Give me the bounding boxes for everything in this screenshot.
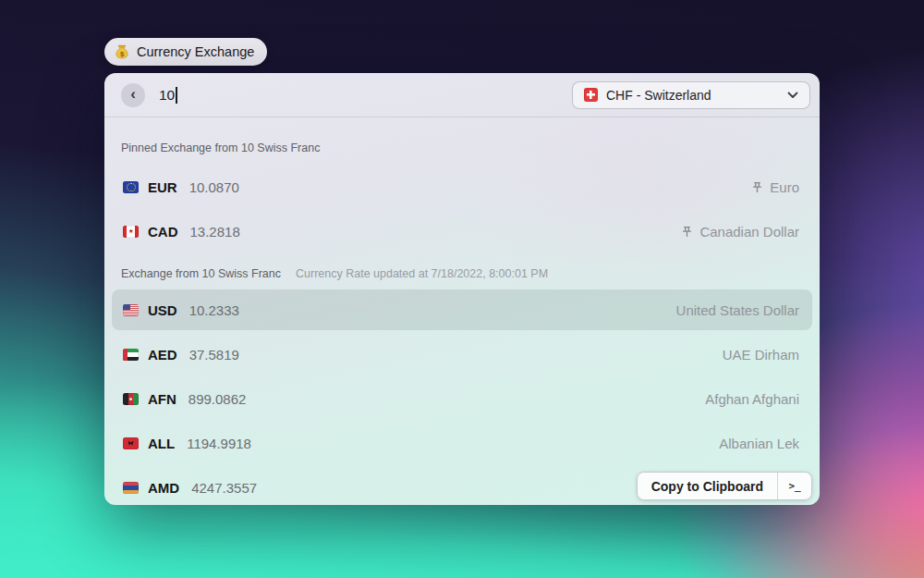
pin-icon: [750, 180, 764, 194]
text-cursor: [176, 87, 177, 104]
currency-row-AFN[interactable]: AFN899.0862Afghan Afghani: [112, 378, 812, 419]
currency-value: 10.2333: [189, 302, 239, 318]
currency-name: Canadian Dollar: [699, 224, 799, 240]
al-flag-icon: [123, 437, 139, 449]
currency-row-AED[interactable]: AED37.5819UAE Dirham: [112, 334, 812, 375]
currency-row-EUR[interactable]: EUR10.0870Euro: [112, 166, 812, 207]
pin-icon: [680, 225, 694, 239]
svg-text:$: $: [120, 50, 125, 58]
eu-flag-icon: [123, 181, 139, 193]
currency-code: ALL: [148, 436, 175, 451]
ae-flag-icon: [123, 349, 139, 361]
currency-value: 37.5819: [189, 347, 239, 363]
currency-name: UAE Dirham: [723, 347, 799, 363]
chevron-left-icon: ‹: [130, 86, 136, 102]
search-value: 10: [159, 87, 175, 104]
app-title: Currency Exchange: [137, 44, 254, 59]
currency-row-USD[interactable]: USD10.2333United States Dollar: [112, 289, 812, 330]
us-flag-icon: [123, 304, 139, 316]
currency-value: 10.0870: [189, 179, 239, 195]
currency-value: 13.2818: [190, 224, 240, 240]
currency-code: CAD: [148, 224, 178, 240]
currency-code: AED: [148, 347, 177, 363]
search-bar[interactable]: ‹ 10 CHF - Switzerland: [104, 73, 820, 117]
section-note: Currency Rate updated at 7/18/2022, 8:00…: [296, 267, 548, 280]
chevron-down-icon: [787, 92, 798, 99]
currency-value: 4247.3557: [191, 480, 257, 496]
main-window: ‹ 10 CHF - Switzerland Pinned Exchange f…: [104, 73, 820, 505]
currency-code: AMD: [148, 480, 179, 496]
currency-row-ALL[interactable]: ALL1194.9918Albanian Lek: [112, 423, 812, 463]
currency-value: 899.0862: [188, 391, 247, 407]
action-split-button: Copy to Clipboard >_: [637, 472, 812, 500]
currency-dropdown[interactable]: CHF - Switzerland: [572, 81, 810, 109]
dropdown-label: CHF - Switzerland: [606, 88, 779, 103]
currency-name: United States Dollar: [676, 302, 799, 318]
section-title: Exchange from 10 Swiss Franc: [121, 267, 281, 280]
money-bag-icon: $: [114, 43, 130, 60]
am-flag-icon: [123, 482, 139, 494]
search-input[interactable]: 10: [159, 87, 572, 104]
section-header-pinned: Pinned Exchange from 10 Swiss Franc: [104, 141, 820, 154]
pinned-rows: EUR10.0870EuroCAD13.2818Canadian Dollar: [104, 166, 820, 252]
currency-row-CAD[interactable]: CAD13.2818Canadian Dollar: [112, 211, 812, 252]
currency-name: Euro: [770, 179, 799, 195]
terminal-icon[interactable]: >_: [778, 473, 811, 499]
ca-flag-icon: [123, 226, 139, 238]
section-title: Pinned Exchange from 10 Swiss Franc: [121, 141, 320, 154]
app-badge: $ Currency Exchange: [104, 38, 267, 66]
currency-code: USD: [148, 302, 177, 318]
af-flag-icon: [123, 393, 139, 405]
currency-code: AFN: [148, 391, 176, 407]
currency-value: 1194.9918: [187, 436, 251, 451]
back-button[interactable]: ‹: [121, 83, 145, 107]
section-header-exchange: Exchange from 10 Swiss Franc Currency Ra…: [104, 267, 820, 280]
switzerland-flag-icon: [584, 88, 598, 102]
currency-name: Afghan Afghani: [705, 391, 799, 407]
currency-code: EUR: [148, 179, 177, 195]
results-list: Pinned Exchange from 10 Swiss Franc EUR1…: [104, 117, 820, 505]
currency-name: Albanian Lek: [719, 436, 799, 451]
copy-to-clipboard-button[interactable]: Copy to Clipboard: [638, 473, 777, 499]
